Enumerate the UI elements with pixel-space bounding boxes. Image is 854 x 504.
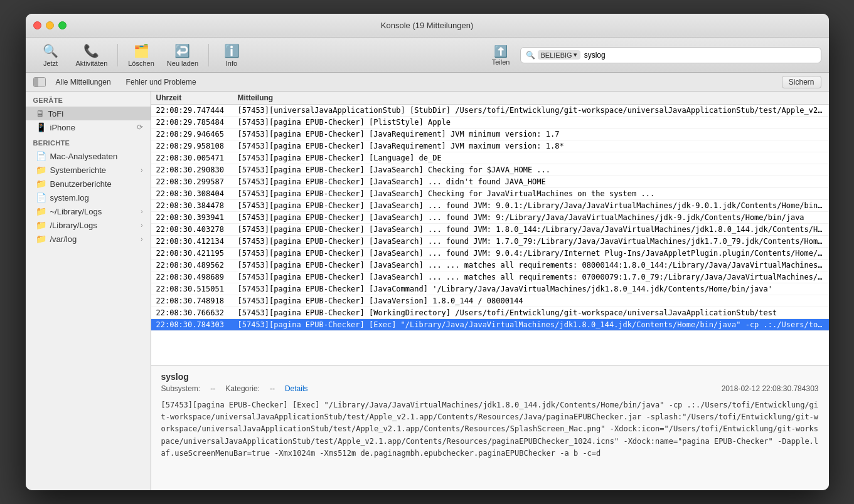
log-table-header: Uhrzeit Mitteilung [151,92,829,105]
log-cell-msg: [57453][pagina EPUB-Checker] [JavaSearch… [233,260,829,271]
filter-alle-mitteilungen[interactable]: Alle Mitteilungen [51,76,116,88]
table-row[interactable]: 22:08:30.766632[57453][pagina EPUB-Check… [151,307,829,319]
log-cell-msg: [57453][pagina EPUB-Checker] [JavaSearch… [233,200,829,211]
sichern-button[interactable]: Sichern [782,76,821,88]
toolbar-separator-1 [117,44,118,66]
col-header-msg: Mitteilung [233,92,829,104]
sidebar-item-library-logs2[interactable]: 📁 /Library/Logs › [26,218,151,232]
log-cell-msg: [57453][pagina EPUB-Checker] [JavaSearch… [233,271,829,283]
folder-icon-2: 📁 [36,179,46,189]
table-row[interactable]: 22:08:30.748918[57453][pagina EPUB-Check… [151,295,829,307]
sidebar-toggle[interactable] [33,77,46,87]
table-row[interactable]: 22:08:29.958108[57453][pagina EPUB-Check… [151,140,829,152]
detail-meta: Subsystem: -- Kategorie: -- Details 2018… [161,384,819,393]
aktivitaeten-icon: 📞 [83,43,99,58]
filter-fehler-probleme[interactable]: Fehler und Probleme [121,76,201,88]
geraete-section-label: Geräte [26,92,151,107]
sidebar-item-systemberichte[interactable]: 📁 Systemberichte › [26,163,151,177]
aktivitaeten-button[interactable]: 📞 Aktivitäten [71,41,113,70]
neu-laden-label: Neu laden [167,60,198,67]
folder-icon-3: 📁 [36,206,46,216]
log-cell-time: 22:08:30.412134 [151,236,233,247]
close-button[interactable] [33,21,41,29]
jetzt-button[interactable]: 🔍 Jetzt [33,41,68,70]
titlebar: Konsole (19 Mitteilungen) [26,14,829,38]
search-icon: 🔍 [526,51,535,60]
log-cell-time: 22:08:30.498689 [151,271,233,283]
log-table[interactable]: Uhrzeit Mitteilung 22:08:29.747444[57453… [151,92,829,365]
sidebar-item-iphone[interactable]: 📱 iPhone ⟳ [26,120,151,134]
log-cell-time: 22:08:30.384478 [151,200,233,211]
table-row[interactable]: 22:08:30.498689[57453][pagina EPUB-Check… [151,271,829,283]
log-cell-msg: [57453][pagina EPUB-Checker] [JavaVersio… [233,295,829,307]
table-row[interactable]: 22:08:29.946465[57453][pagina EPUB-Check… [151,129,829,140]
table-row[interactable]: 22:08:30.299587[57453][pagina EPUB-Check… [151,176,829,188]
log-cell-msg: [57453][pagina EPUB-Checker] [JavaSearch… [233,248,829,259]
log-cell-time: 22:08:29.958108 [151,140,233,152]
jetzt-icon: 🔍 [43,43,58,58]
aktivitaeten-label: Aktivitäten [76,60,108,67]
neu-laden-button[interactable]: ↩️ Neu laden [162,41,203,70]
maximize-button[interactable] [58,21,67,29]
search-input[interactable] [584,51,816,60]
log-cell-time: 22:08:29.747444 [151,105,233,116]
log-cell-time: 22:08:30.308404 [151,188,233,199]
sidebar-item-tofi[interactable]: 🖥 ToFi [26,107,151,120]
log-cell-msg: [57453][pagina EPUB-Checker] [JavaSearch… [233,236,829,247]
info-label: Info [226,60,237,67]
details-link[interactable]: Details [285,384,308,393]
computer-icon: 🖥 [36,108,45,118]
log-cell-time: 22:08:30.421195 [151,248,233,259]
beliebig-badge[interactable]: BELIEBIG ▾ [538,50,580,60]
log-cell-time: 22:08:30.784303 [151,319,233,330]
loeschen-button[interactable]: 🗂️ Löschen [123,41,159,70]
log-cell-msg: [57453][pagina EPUB-Checker] [JavaComman… [233,283,829,295]
log-cell-msg: [57453][pagina EPUB-Checker] [Exec] "/Li… [233,319,829,330]
sidebar-item-system-log[interactable]: 📄 system.log [26,191,151,204]
phone-icon: 📱 [36,122,46,132]
berichte-section-label: Berichte [26,134,151,149]
table-row[interactable]: 22:08:30.412134[57453][pagina EPUB-Check… [151,236,829,248]
table-row[interactable]: 22:08:30.489562[57453][pagina EPUB-Check… [151,260,829,271]
log-cell-time: 22:08:29.785484 [151,117,233,128]
sidebar-item-var-log[interactable]: 📁 /var/log › [26,232,151,246]
table-row[interactable]: 22:08:30.308404[57453][pagina EPUB-Check… [151,188,829,200]
teilen-label: Teilen [492,58,510,66]
iphone-arrow-icon: ⟳ [137,123,143,132]
sidebar-item-library-logs[interactable]: 📁 ~/Library/Logs › [26,204,151,218]
sidebar-item-benutzerberichte[interactable]: 📁 Benutzerberichte [26,177,151,191]
chevron-icon-1: › [141,167,142,174]
subsystem-label: Subsystem: [161,384,201,393]
detail-timestamp: 2018-02-12 22:08:30.784303 [722,384,819,393]
log-cell-msg: [57453][pagina EPUB-Checker] [JavaSearch… [233,164,829,176]
col-header-time: Uhrzeit [151,92,233,104]
table-row[interactable]: 22:08:30.290830[57453][pagina EPUB-Check… [151,164,829,176]
log-cell-msg: [57453][pagina EPUB-Checker] [JavaRequir… [233,140,829,152]
minimize-button[interactable] [46,21,54,29]
log-cell-msg: [57453][pagina EPUB-Checker] [JavaSearch… [233,176,829,187]
table-row[interactable]: 22:08:30.005471[57453][pagina EPUB-Check… [151,152,829,164]
table-row[interactable]: 22:08:30.403278[57453][pagina EPUB-Check… [151,224,829,236]
teilen-button[interactable]: ⬆️ Teilen [487,42,515,68]
log-cell-msg: [57453][pagina EPUB-Checker] [WorkingDir… [233,307,829,318]
info-button[interactable]: ℹ️ Info [214,41,249,70]
window-title: Konsole (19 Mitteilungen) [381,21,473,30]
sidebar-item-mac-analyse[interactable]: 📄 Mac-Analysedaten [26,149,151,163]
table-row[interactable]: 22:08:30.421195[57453][pagina EPUB-Check… [151,248,829,260]
table-row[interactable]: 22:08:29.785484[57453][pagina EPUB-Check… [151,117,829,129]
table-row[interactable]: 22:08:30.384478[57453][pagina EPUB-Check… [151,200,829,212]
table-row[interactable]: 22:08:30.784303[57453][pagina EPUB-Check… [151,319,829,331]
chevron-icon-3: › [141,222,142,229]
chevron-icon-4: › [141,236,142,243]
info-icon: ℹ️ [224,43,240,58]
table-row[interactable]: 22:08:29.747444[57453][universalJavaAppl… [151,105,829,117]
toolbar: 🔍 Jetzt 📞 Aktivitäten 🗂️ Löschen ↩️ Neu … [26,38,829,73]
detail-panel: syslog Subsystem: -- Kategorie: -- Detai… [151,365,829,490]
log-cell-time: 22:08:30.403278 [151,224,233,235]
table-row[interactable]: 22:08:30.515051[57453][pagina EPUB-Check… [151,283,829,295]
log-cell-msg: [57453][pagina EPUB-Checker] [PlistStyle… [233,117,829,128]
kategorie-label: Kategorie: [225,384,260,393]
table-row[interactable]: 22:08:30.393941[57453][pagina EPUB-Check… [151,212,829,224]
main-window: Konsole (19 Mitteilungen) 🔍 Jetzt 📞 Akti… [26,14,829,490]
log-cell-time: 22:08:29.946465 [151,129,233,140]
